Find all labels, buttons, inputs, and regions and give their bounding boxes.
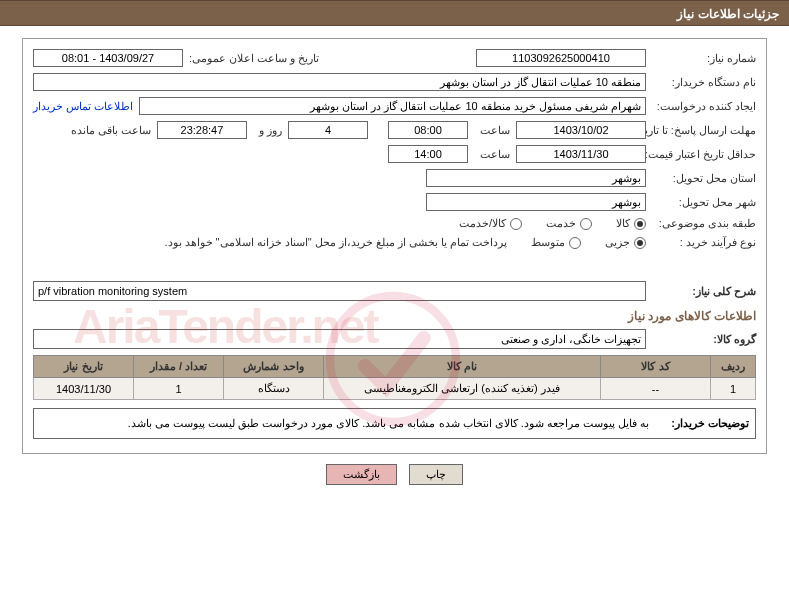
payment-note: پرداخت تمام یا بخشی از مبلغ خرید،از محل … [158,236,507,249]
table-header-row: ردیف کد کالا نام کالا واحد شمارش تعداد /… [34,356,756,378]
radio-goods-icon [634,218,646,230]
radio-service[interactable]: خدمت [540,217,592,230]
cell-code: -- [601,378,711,400]
th-unit: واحد شمارش [224,356,324,378]
radio-medium-icon [569,237,581,249]
delivery-province-field: بوشهر [426,169,646,187]
page-header: جزئیات اطلاعات نیاز [0,0,789,26]
print-button[interactable]: چاپ [409,464,463,485]
buyer-note-label: توضیحات خریدار: [655,409,755,438]
radio-partial-label: جزیی [599,236,630,249]
goods-group-field: تجهیزات خانگی، اداری و صنعتی [33,329,646,349]
goods-table: ردیف کد کالا نام کالا واحد شمارش تعداد /… [33,355,756,400]
time-label-2: ساعت [474,148,510,161]
delivery-city-field: بوشهر [426,193,646,211]
button-row: چاپ بازگشت [0,464,789,485]
radio-service-icon [580,218,592,230]
time-label-1: ساعت [474,124,510,137]
reply-deadline-time-field: 08:00 [388,121,468,139]
th-row: ردیف [711,356,756,378]
time-remaining-field: 23:28:47 [157,121,247,139]
need-number-field: 1103092625000410 [476,49,646,67]
radio-goods-label: کالا [610,217,630,230]
page-title: جزئیات اطلاعات نیاز [677,7,779,21]
requester-label: ایجاد کننده درخواست: [646,100,756,113]
th-qty: تعداد / مقدار [134,356,224,378]
subject-class-label: طبقه بندی موضوعی: [646,217,756,230]
price-valid-date-field: 1403/11/30 [516,145,646,163]
announce-datetime-field: 1403/09/27 - 08:01 [33,49,183,67]
price-valid-time-field: 14:00 [388,145,468,163]
goods-group-label: گروه کالا: [646,333,756,346]
days-and-label: روز و [253,124,282,137]
buyer-org-field: منطقه 10 عملیات انتقال گاز در استان بوشه… [33,73,646,91]
reply-deadline-label: مهلت ارسال پاسخ: تا تاریخ: [646,124,756,137]
radio-goods[interactable]: کالا [610,217,646,230]
days-remaining-field: 4 [288,121,368,139]
buyer-contact-link[interactable]: اطلاعات تماس خریدار [33,100,133,113]
radio-partial-icon [634,237,646,249]
requester-field: شهرام شریفی مسئول خرید منطقه 10 عملیات ا… [139,97,646,115]
need-summary-field: p/f vibration monitoring system [33,281,646,301]
th-date: تاریخ نیاز [34,356,134,378]
price-valid-label: حداقل تاریخ اعتبار قیمت: تا تاریخ: [646,148,756,161]
radio-medium-label: متوسط [525,236,565,249]
cell-qty: 1 [134,378,224,400]
cell-date: 1403/11/30 [34,378,134,400]
radio-goods-service-icon [510,218,522,230]
table-row: 1 -- فیدر (تغذیه کننده) ارتعاشی الکترومغ… [34,378,756,400]
back-button[interactable]: بازگشت [326,464,397,485]
buyer-note-text: به فایل پیوست مراجعه شود. کالای انتخاب ش… [34,409,655,438]
reply-deadline-date-field: 1403/10/02 [516,121,646,139]
delivery-province-label: استان محل تحویل: [646,172,756,185]
cell-row: 1 [711,378,756,400]
cell-unit: دستگاه [224,378,324,400]
goods-section-title: اطلاعات کالاهای مورد نیاز [33,309,756,323]
need-summary-label: شرح کلی نیاز: [646,285,756,298]
delivery-city-label: شهر محل تحویل: [646,196,756,209]
radio-service-label: خدمت [540,217,576,230]
buyer-note-box: توضیحات خریدار: به فایل پیوست مراجعه شود… [33,408,756,439]
th-code: کد کالا [601,356,711,378]
time-remaining-suffix: ساعت باقی مانده [65,124,151,137]
radio-partial[interactable]: جزیی [599,236,646,249]
radio-medium[interactable]: متوسط [525,236,581,249]
buy-process-label: نوع فرآیند خرید : [646,236,756,249]
need-number-label: شماره نیاز: [646,52,756,65]
th-name: نام کالا [324,356,601,378]
content-frame: AriaTender.net شماره نیاز: 1103092625000… [22,38,767,454]
radio-goods-service-label: کالا/خدمت [453,217,506,230]
announce-datetime-label: تاریخ و ساعت اعلان عمومی: [183,52,319,65]
cell-name: فیدر (تغذیه کننده) ارتعاشی الکترومغناطیس… [324,378,601,400]
buyer-org-label: نام دستگاه خریدار: [646,76,756,89]
radio-goods-service[interactable]: کالا/خدمت [453,217,522,230]
